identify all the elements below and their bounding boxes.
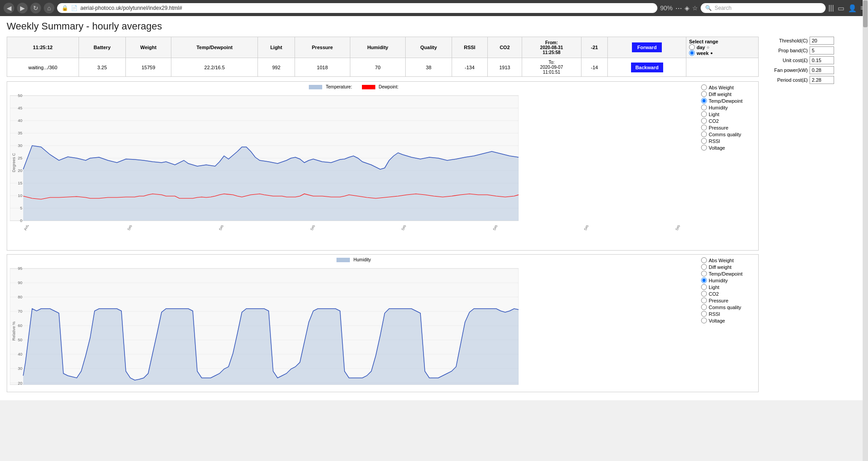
search-icon: 🔍: [705, 5, 712, 11]
address-bar[interactable]: 🔒 📄 aerial-photoco.uk/polytunnel/index29…: [57, 3, 657, 13]
col-forward[interactable]: Forward: [608, 37, 686, 58]
fan-power-input[interactable]: 0.28: [810, 66, 834, 74]
unit-cost-row: Unit cost(£) 0.15: [763, 56, 861, 64]
chart1-opt-rssi[interactable]: RSSI: [701, 138, 756, 144]
chart2-svg: 20 30 40 50 60 70 80 90 95 Relative %: [10, 264, 519, 389]
svg-text:60: 60: [18, 323, 22, 328]
chart2-opt-pressure[interactable]: Pressure: [701, 298, 756, 303]
x-label: Sep 3: [310, 225, 330, 236]
threshold-input[interactable]: 20: [810, 37, 834, 45]
pocket-icon: ◈: [685, 4, 689, 12]
prop-band-input[interactable]: 5: [810, 46, 834, 54]
svg-text:25: 25: [18, 156, 22, 160]
fan-power-label: Fan power(kW): [763, 67, 808, 73]
chart1-opt-humidity[interactable]: Humidity: [701, 105, 756, 110]
col-time: 11:25:12: [7, 37, 79, 58]
back-button[interactable]: ◀: [4, 3, 14, 13]
svg-text:10: 10: [18, 193, 22, 198]
svg-text:Degrees C: Degrees C: [12, 153, 16, 172]
chart1-opt-absweight[interactable]: Abs Weight: [701, 84, 756, 90]
bookmark-icon[interactable]: ☆: [692, 4, 698, 12]
prop-band-label: Prop band(C): [763, 48, 808, 53]
chart2-opt-absweight[interactable]: Abs Weight: [701, 257, 756, 263]
page-content: Weekly Summary - hourly averages 11:25:1…: [0, 16, 868, 400]
forward-button[interactable]: Forward: [632, 42, 662, 52]
profile-icon[interactable]: 👤: [848, 4, 857, 13]
svg-text:40: 40: [18, 118, 22, 123]
chart1-opt-pressure[interactable]: Pressure: [701, 125, 756, 130]
col-temp: Temp/Dewpoint: [171, 37, 258, 58]
svg-text:30: 30: [18, 366, 22, 371]
chart2-opt-voltage[interactable]: Voltage: [701, 318, 756, 323]
chart1-legend: Temperature: Dewpoint:: [10, 84, 698, 89]
cell-time: waiting.../360: [7, 58, 79, 77]
x-label: Sep 4: [401, 225, 421, 236]
svg-text:Relative %: Relative %: [12, 321, 16, 340]
chart2-options: Abs Weight Diff weight Temp/Dewpoint Hum…: [698, 257, 756, 389]
chart1-container: Temperature: Dewpoint:: [7, 81, 759, 251]
library-icon[interactable]: |||: [828, 4, 834, 13]
chart1-opt-tempdew[interactable]: Temp/Dewpoint: [701, 98, 756, 104]
scrollbar-thumb[interactable]: [863, 0, 868, 27]
sidebar-icon[interactable]: ▭: [838, 4, 844, 13]
chart2-opt-humidity[interactable]: Humidity: [701, 277, 756, 283]
svg-text:95: 95: [18, 266, 22, 271]
lock-icon: 🔒: [62, 5, 68, 11]
col-weight: Weight: [125, 37, 171, 58]
svg-text:50: 50: [18, 93, 22, 98]
svg-text:0: 0: [20, 218, 22, 223]
humidity-legend-label: Humidity: [353, 257, 371, 262]
threshold-row: Threshold(C) 20: [763, 37, 861, 45]
dewpoint-legend-label: Dewpoint:: [379, 84, 399, 89]
day-radio[interactable]: [689, 44, 695, 50]
svg-text:90: 90: [18, 281, 22, 285]
chart1-opt-comms[interactable]: Comms quality: [701, 131, 756, 137]
prop-band-row: Prop band(C) 5: [763, 46, 861, 54]
chart1-opt-co2[interactable]: CO2: [701, 118, 756, 124]
col-light: Light: [258, 37, 295, 58]
cell-temp: 22.2/16.5: [171, 58, 258, 77]
temp-legend-label: Temperature:: [326, 84, 352, 89]
more-options-icon[interactable]: ···: [675, 4, 682, 13]
cell-weight: 15759: [125, 58, 171, 77]
cell-pressure: 1018: [295, 58, 350, 77]
cell-to: To:2020-09-0711:01:51: [522, 58, 581, 77]
svg-text:80: 80: [18, 295, 22, 299]
chart2-opt-diffweight[interactable]: Diff weight: [701, 264, 756, 270]
week-radio[interactable]: [689, 50, 695, 56]
chart2-opt-tempdew[interactable]: Temp/Dewpoint: [701, 271, 756, 277]
backward-button[interactable]: Backward: [631, 63, 663, 72]
chart2-area: Humidity: [10, 257, 698, 389]
svg-text:15: 15: [18, 181, 22, 185]
chart2-opt-comms[interactable]: Comms quality: [701, 304, 756, 310]
chart1-opt-diffweight[interactable]: Diff weight: [701, 91, 756, 97]
scrollbar[interactable]: [863, 0, 868, 400]
cell-co2: 1913: [487, 58, 522, 77]
browser-icons: ||| ▭ 👤 ≡: [828, 4, 864, 13]
svg-text:70: 70: [18, 309, 22, 314]
forward-button[interactable]: ▶: [17, 3, 28, 13]
svg-text:20: 20: [18, 168, 22, 173]
unit-cost-input[interactable]: 0.15: [810, 56, 834, 64]
chart1-opt-light[interactable]: Light: [701, 111, 756, 117]
svg-text:5: 5: [20, 206, 22, 210]
chart1-opt-voltage[interactable]: Voltage: [701, 145, 756, 151]
home-button[interactable]: ⌂: [44, 3, 54, 13]
search-bar[interactable]: 🔍 Search: [701, 3, 826, 13]
chart2-opt-co2[interactable]: CO2: [701, 291, 756, 297]
col-from: From:2020-08-3111:25:58: [522, 37, 581, 58]
x-label: Sep 5: [492, 225, 512, 236]
reload-button[interactable]: ↻: [30, 3, 41, 13]
svg-text:50: 50: [18, 338, 22, 342]
chart2-opt-light[interactable]: Light: [701, 284, 756, 290]
svg-text:35: 35: [18, 131, 22, 135]
cell-backward[interactable]: Backward: [608, 58, 686, 77]
period-cost-input[interactable]: 2.28: [810, 76, 834, 84]
cell-quality: 38: [405, 58, 452, 77]
zoom-level: 90%: [660, 4, 673, 12]
svg-text:45: 45: [18, 106, 22, 110]
chart2-opt-rssi[interactable]: RSSI: [701, 311, 756, 317]
svg-text:40: 40: [18, 352, 22, 356]
x-label: Aug 31 12PM: [23, 225, 47, 236]
search-placeholder: Search: [714, 5, 731, 11]
